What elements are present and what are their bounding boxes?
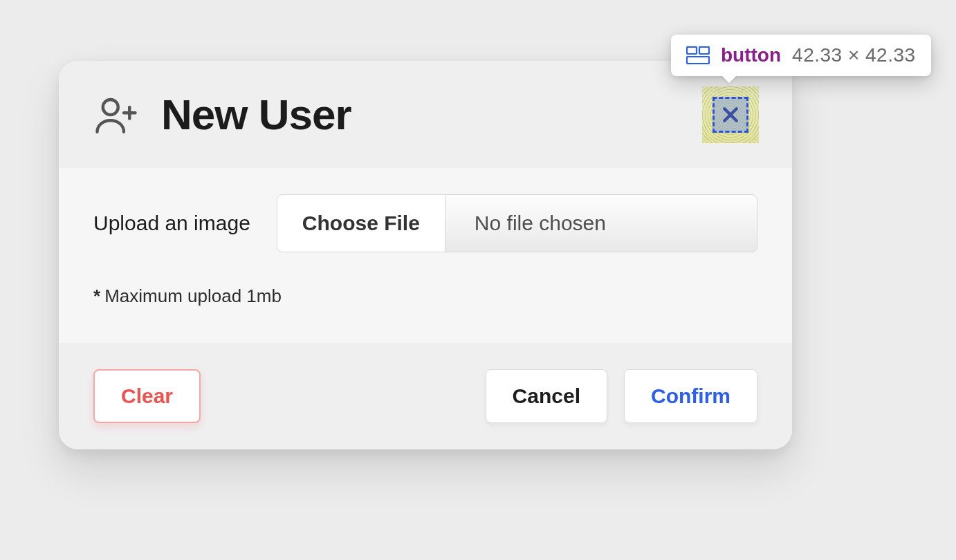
devtools-dimensions: 42.33 × 42.33 <box>792 44 916 66</box>
devtools-element-tag: button <box>721 44 781 66</box>
modal-footer: Clear Cancel Confirm <box>59 343 792 449</box>
file-input[interactable]: Choose File No file chosen <box>277 194 757 252</box>
choose-file-button[interactable]: Choose File <box>277 195 445 252</box>
file-status: No file chosen <box>445 195 757 252</box>
svg-point-0 <box>103 100 118 115</box>
confirm-button[interactable]: Confirm <box>624 369 757 423</box>
hint-asterisk: * <box>93 286 100 306</box>
upload-row: Upload an image Choose File No file chos… <box>93 194 757 252</box>
close-icon <box>713 97 748 133</box>
svg-rect-7 <box>687 57 709 64</box>
devtools-tooltip: button 42.33 × 42.33 <box>671 35 931 76</box>
modal-body: Upload an image Choose File No file chos… <box>59 168 792 343</box>
cancel-button[interactable]: Cancel <box>486 369 607 423</box>
new-user-modal: New User Upload an image Choose File No … <box>59 61 792 449</box>
clear-button[interactable]: Clear <box>93 369 201 423</box>
upload-label: Upload an image <box>93 212 250 235</box>
add-user-icon <box>93 92 139 138</box>
flex-icon <box>686 46 710 64</box>
hint-text: Maximum upload 1mb <box>104 286 282 306</box>
svg-rect-5 <box>687 47 697 54</box>
upload-hint: *Maximum upload 1mb <box>93 286 757 307</box>
close-button[interactable] <box>702 86 759 143</box>
modal-title: New User <box>161 90 351 139</box>
svg-rect-6 <box>699 47 709 54</box>
modal-header: New User <box>59 61 792 168</box>
